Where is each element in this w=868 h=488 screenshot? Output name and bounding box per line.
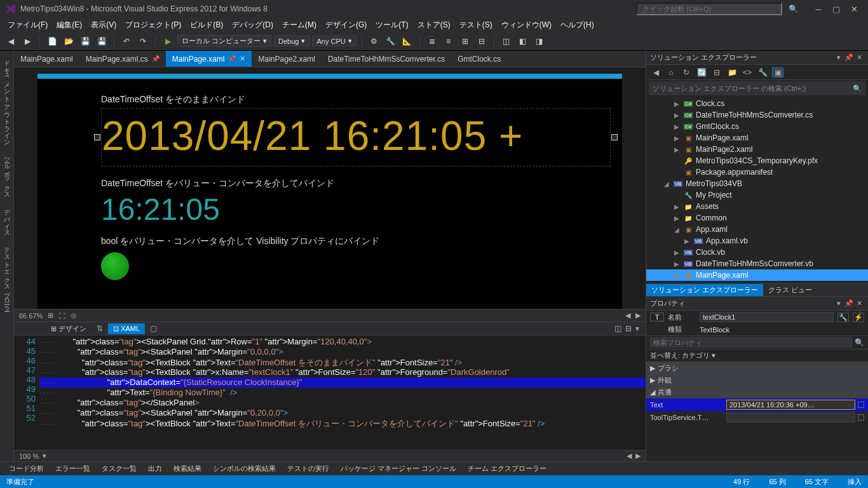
split-vertical-icon[interactable]: ◫ — [614, 324, 621, 333]
property-marker-icon[interactable] — [858, 414, 864, 421]
tree-node[interactable]: ▶VBClock.vb — [646, 247, 868, 258]
tree-node[interactable]: 🔑MetroTips034CS_TemporaryKey.pfx — [646, 155, 868, 166]
tree-node[interactable]: ▶C#GmtClock.cs — [646, 121, 868, 132]
pane-menu-icon[interactable]: ▾ — [834, 299, 844, 308]
tree-node[interactable]: ◢VBMetroTips034VB — [646, 178, 868, 189]
menu-item[interactable]: デザイン(G) — [322, 18, 370, 32]
se-collapse-icon[interactable]: ⊟ — [711, 68, 722, 77]
save-all-button[interactable]: 💾 — [95, 34, 109, 48]
events-icon[interactable]: ⚡ — [853, 313, 864, 322]
menu-item[interactable]: 編集(E) — [53, 18, 86, 32]
output-tab[interactable]: タスク一覧 — [97, 463, 142, 475]
side-tool-tab[interactable]: ツールボックス — [1, 150, 13, 198]
expand-icon[interactable]: ▶ — [683, 238, 691, 245]
zoom-fit-icon[interactable]: ⛶ — [58, 312, 65, 320]
zoom-grid-icon[interactable]: ⊞ — [48, 311, 53, 320]
property-marker-icon[interactable] — [858, 402, 864, 408]
side-tool-tab[interactable]: ドキュメント アウトライン — [1, 53, 13, 145]
swap-panes-icon[interactable]: ⇅ — [97, 324, 103, 333]
property-value-input[interactable] — [726, 412, 855, 423]
output-tab[interactable]: テストの実行 — [282, 463, 334, 475]
resize-handle-left[interactable] — [94, 134, 100, 140]
tool-button[interactable]: ≡ — [442, 34, 456, 48]
output-tab[interactable]: チーム エクスプローラー — [463, 463, 552, 475]
side-tool-tab[interactable]: デバイス — [1, 203, 13, 236]
expand-icon[interactable]: ◢ — [673, 226, 681, 233]
events-icon[interactable]: 🔧 — [837, 313, 849, 322]
menu-item[interactable]: チーム(M) — [278, 18, 320, 32]
element-name-input[interactable] — [700, 312, 834, 322]
tab-solution-explorer[interactable]: ソリューション エクスプローラー — [646, 284, 763, 296]
run-target-dropdown[interactable]: ローカル コンピューター ▾ — [177, 35, 271, 47]
maximize-button[interactable]: ▢ — [827, 4, 845, 14]
expand-icon[interactable]: ◢ — [663, 180, 670, 187]
se-code-icon[interactable]: <> — [742, 68, 753, 77]
property-search-input[interactable] — [650, 337, 852, 348]
xaml-zoom-level[interactable]: 100 % — [19, 452, 39, 460]
tree-node[interactable]: ▶▣MainPage.xaml — [646, 132, 868, 144]
tool-button[interactable]: ◫ — [499, 34, 513, 48]
nav-back-button[interactable]: ◀ — [4, 34, 18, 48]
se-prop-icon[interactable]: 🔧 — [757, 68, 768, 77]
platform-dropdown[interactable]: Any CPU ▾ — [312, 36, 356, 46]
se-home-icon[interactable]: ⌂ — [665, 68, 677, 77]
ellipse-element[interactable] — [101, 252, 129, 280]
menu-item[interactable]: ヘルプ(H) — [557, 18, 598, 32]
tree-node[interactable]: 🔧My Project — [646, 189, 868, 201]
tree-node[interactable]: ▶C#DateTimeToHhMmSsComverter.cs — [646, 109, 868, 121]
expand-icon[interactable]: ▶ — [673, 203, 681, 210]
document-tab[interactable]: MainPage.xaml📌✕ — [166, 51, 252, 67]
document-tab[interactable]: MainPage.xaml — [14, 51, 79, 67]
menu-item[interactable]: ビルド(B) — [186, 18, 227, 32]
expand-icon[interactable]: ▶ — [673, 146, 681, 153]
textclock2-element[interactable]: 16:21:05 — [101, 192, 611, 227]
expand-icon[interactable]: ▶ — [673, 112, 681, 119]
expand-icon[interactable]: ▶ — [673, 123, 681, 130]
solution-explorer-search[interactable]: ソリューション エクスプローラー の検索 (Ctrl+;) 🔍 — [649, 81, 865, 95]
pane-menu-icon[interactable]: ▾ — [834, 53, 844, 62]
tree-node[interactable]: ◢▣App.xaml — [646, 224, 868, 235]
se-sync-icon[interactable]: ↻ — [681, 68, 692, 77]
tree-node[interactable]: ▶VBApp.xaml.vb — [646, 235, 868, 247]
side-tool-tab[interactable]: テスト エクスプローラー — [1, 241, 13, 311]
menu-item[interactable]: プロジェクト(P) — [121, 18, 185, 32]
split-horizontal-icon[interactable]: ⊟ — [625, 324, 632, 333]
tool-button[interactable]: ⚙ — [367, 34, 381, 48]
output-tab[interactable]: エラー一覧 — [50, 463, 95, 475]
resize-handle-right[interactable] — [611, 134, 618, 140]
tree-node[interactable]: ▶📁Common — [646, 212, 868, 224]
close-tab-icon[interactable]: ✕ — [240, 55, 245, 63]
menu-item[interactable]: テスト(S) — [456, 18, 496, 32]
document-tab[interactable]: MainPage.xaml.cs📌 — [79, 51, 166, 67]
tree-node[interactable]: ▶▣MainPage.xaml — [646, 269, 868, 281]
search-icon[interactable]: 🔍 — [789, 4, 798, 13]
collapse-pane-icon[interactable]: ▾ — [635, 324, 639, 333]
property-category[interactable]: ▶ブラシ — [646, 362, 868, 374]
redo-button[interactable]: ↷ — [136, 34, 150, 48]
code-area[interactable]: · · · · · "attr">class="tag"><StackPanel… — [39, 336, 646, 450]
se-preview-icon[interactable]: ▣ — [772, 67, 783, 78]
property-value-input[interactable] — [726, 400, 855, 410]
pin-icon[interactable]: 📌 — [152, 55, 159, 62]
tab-xaml[interactable]: ⊡ XAML — [108, 323, 145, 334]
close-button[interactable]: ✕ — [845, 4, 863, 14]
expand-icon[interactable]: ◢ — [650, 388, 655, 396]
run-button[interactable]: ▶ — [161, 34, 175, 48]
design-surface[interactable]: DateTimeOffset をそのままバインド 2013/04/21 16:2… — [37, 74, 622, 309]
document-tab[interactable]: GmtClock.cs — [451, 51, 507, 67]
tab-extra-icon[interactable]: ▢ — [150, 324, 157, 333]
output-tab[interactable]: パッケージ マネージャー コンソール — [336, 463, 461, 475]
menu-item[interactable]: デバッグ(D) — [228, 18, 277, 32]
se-refresh-icon[interactable]: 🔄 — [696, 68, 707, 77]
tool-button[interactable]: ◨ — [532, 34, 546, 48]
scroll-right-icon[interactable]: ▶ — [635, 452, 641, 460]
nav-fwd-button[interactable]: ▶ — [20, 34, 34, 48]
expand-icon[interactable]: ▶ — [673, 100, 681, 107]
pane-close-icon[interactable]: ✕ — [854, 299, 864, 308]
tool-button[interactable]: 🔧 — [384, 34, 398, 48]
menu-item[interactable]: ツール(T) — [372, 18, 412, 32]
sort-by-row[interactable]: 並べ替え: カテゴリ ▾ — [646, 349, 868, 362]
search-icon[interactable]: 🔍 — [853, 85, 862, 93]
tab-class-view[interactable]: クラス ビュー — [763, 284, 817, 296]
zoom-snap-icon[interactable]: ◎ — [71, 311, 77, 320]
